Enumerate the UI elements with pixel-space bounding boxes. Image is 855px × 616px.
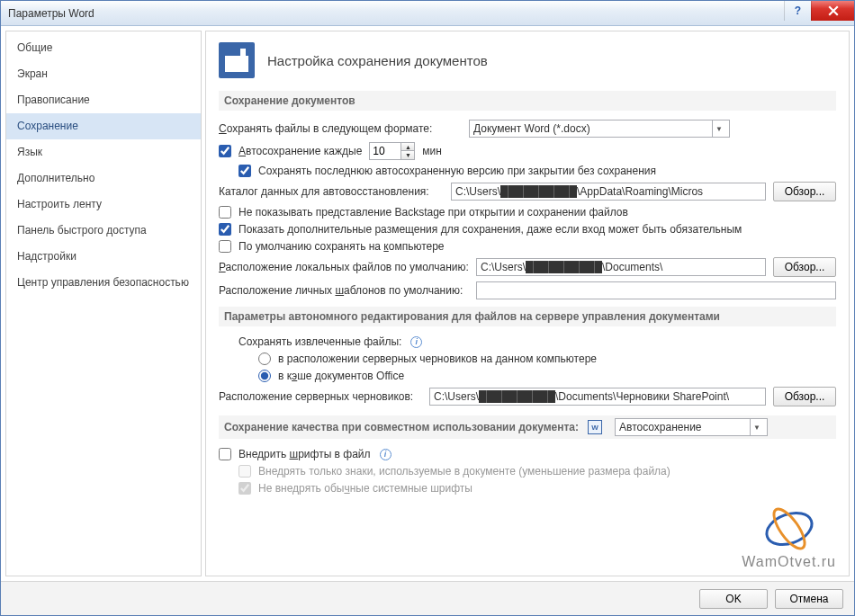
preserve-fidelity-label: Сохранение качества при совместном испол…: [224, 421, 579, 433]
radio-office-cache-label: в кэше документов Office: [278, 370, 404, 382]
dialog-footer: OK Отмена: [1, 581, 854, 615]
embed-fonts-checkbox[interactable]: [219, 448, 231, 460]
cancel-button[interactable]: Отмена: [775, 589, 843, 609]
radio-office-cache[interactable]: [258, 370, 271, 382]
help-icon: ?: [795, 4, 801, 17]
server-drafts-label: Расположение серверных черновиков:: [219, 390, 422, 403]
sidebar-item-save[interactable]: Сохранение: [6, 113, 201, 139]
save-format-select[interactable]: Документ Word (*.docx) ▼: [469, 120, 730, 138]
dont-show-backstage-checkbox[interactable]: [219, 206, 231, 219]
spinner-down-icon[interactable]: ▼: [401, 151, 414, 159]
templates-label: Расположение личных шаблонов по умолчани…: [219, 284, 469, 297]
svg-point-0: [762, 507, 816, 550]
autosave-minutes-spinner[interactable]: ▲▼: [369, 142, 415, 160]
radio-server-drafts-label: в расположении серверных черновиков на д…: [278, 353, 597, 365]
help-button[interactable]: ?: [784, 1, 811, 21]
keep-last-version-label: Сохранять последнюю автосохраненную верс…: [258, 165, 656, 177]
save-format-value: Документ Word (*.docx): [473, 122, 590, 135]
main-panel: Настройка сохранения документов Сохранен…: [205, 31, 850, 576]
save-local-default-checkbox[interactable]: [219, 240, 231, 253]
local-files-browse-button[interactable]: Обзор...: [773, 257, 836, 277]
autosave-unit: мин: [422, 145, 442, 157]
autorecover-path-label: Каталог данных для автовосстановления:: [219, 185, 444, 198]
close-button[interactable]: [811, 1, 854, 21]
dont-embed-system-checkbox: [238, 482, 251, 495]
save-local-default-label: По умолчанию сохранять на компьютере: [238, 240, 445, 253]
local-files-path-input[interactable]: [476, 258, 766, 276]
autorecover-browse-button[interactable]: Обзор...: [773, 182, 836, 201]
sidebar-item-general[interactable]: Общие: [6, 35, 201, 61]
titlebar: Параметры Word ?: [1, 1, 854, 26]
watermark-logo-icon: [758, 504, 821, 554]
page-heading: Настройка сохранения документов: [267, 53, 488, 68]
sidebar-item-customize-ribbon[interactable]: Настроить ленту: [6, 192, 201, 218]
sidebar: Общие Экран Правописание Сохранение Язык…: [5, 31, 202, 576]
group-preserve-fidelity: Сохранение качества при совместном испол…: [219, 415, 836, 439]
autosave-checkbox[interactable]: [219, 145, 231, 157]
chevron-down-icon: ▼: [750, 419, 763, 435]
sidebar-item-display[interactable]: Экран: [6, 61, 201, 87]
sidebar-item-qat[interactable]: Панель быстрого доступа: [6, 218, 201, 244]
dont-show-backstage-label: Не показывать представление Backstage пр…: [238, 206, 628, 219]
keep-last-version-checkbox[interactable]: [238, 165, 251, 177]
info-icon[interactable]: i: [410, 336, 422, 348]
sidebar-item-advanced[interactable]: Дополнительно: [6, 165, 201, 192]
server-drafts-path-input[interactable]: [429, 388, 766, 406]
sidebar-item-language[interactable]: Язык: [6, 139, 201, 165]
autosave-label: Автосохранение каждые: [238, 145, 362, 157]
spinner-up-icon[interactable]: ▲: [401, 143, 414, 151]
svg-point-1: [769, 504, 810, 553]
local-files-label: Расположение локальных файлов по умолчан…: [219, 261, 469, 273]
server-drafts-browse-button[interactable]: Обзор...: [773, 387, 836, 406]
watermark-text: WamOtvet.ru: [742, 554, 836, 570]
options-dialog: Параметры Word ? Общие Экран Правописани…: [0, 0, 855, 616]
group-save-documents: Сохранение документов: [219, 91, 836, 111]
sidebar-item-trust-center[interactable]: Центр управления безопасностью: [6, 270, 201, 296]
dont-embed-system-label: Не внедрять обычные системные шрифты: [258, 482, 472, 495]
embed-fonts-label: Внедрить шрифты в файл: [238, 448, 371, 460]
sidebar-item-addins[interactable]: Надстройки: [6, 244, 201, 270]
watermark: WamOtvet.ru: [742, 504, 836, 570]
ok-button[interactable]: OK: [699, 589, 768, 609]
embed-only-used-checkbox: [238, 465, 251, 478]
close-icon: [828, 5, 839, 16]
info-icon[interactable]: i: [380, 449, 392, 460]
radio-server-drafts[interactable]: [258, 353, 271, 365]
show-additional-locations-label: Показать дополнительные размещения для с…: [238, 223, 742, 236]
show-additional-locations-checkbox[interactable]: [219, 223, 231, 236]
autorecover-path-input[interactable]: [451, 183, 766, 201]
preserve-fidelity-value: Автосохранение: [619, 421, 701, 433]
document-icon: W: [588, 420, 602, 434]
save-disk-icon: [219, 42, 255, 78]
chevron-down-icon: ▼: [712, 121, 725, 137]
autosave-minutes-input[interactable]: [370, 143, 400, 159]
save-format-label: ССохранять файлы в следующем формате:охр…: [219, 122, 462, 135]
sidebar-item-proofing[interactable]: Правописание: [6, 87, 201, 113]
embed-only-used-label: Внедрять только знаки, используемые в до…: [258, 465, 670, 478]
group-offline-editing: Параметры автономного редактирования для…: [219, 307, 836, 326]
templates-path-input[interactable]: [476, 281, 836, 299]
window-title: Параметры Word: [8, 7, 94, 20]
preserve-fidelity-select[interactable]: Автосохранение ▼: [615, 418, 768, 436]
save-extracted-label: Сохранять извлеченные файлы:: [238, 335, 401, 348]
